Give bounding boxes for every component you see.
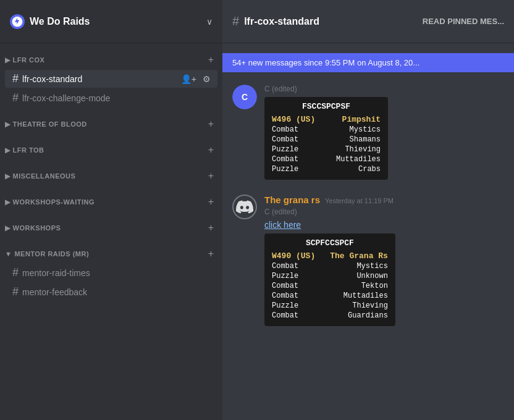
- add-member-icon[interactable]: 👤+: [179, 73, 198, 85]
- category-arrow-icon: ▶: [5, 224, 11, 232]
- new-messages-banner: 54+ new messages since 9:55 PM on August…: [222, 53, 514, 72]
- category-miscellaneous[interactable]: ▶ MISCELLANEOUS +: [0, 159, 222, 185]
- message-header-2: The grana rs Yesterday at 11:19 PM: [264, 195, 504, 205]
- game-card-row: CombatMuttadiles: [272, 155, 381, 164]
- category-workshops-waiting[interactable]: ▶ WORKSHOPS-WAITING +: [0, 185, 222, 211]
- message-content-2: The grana rs Yesterday at 11:19 PM C (ed…: [264, 195, 504, 326]
- messages-area: 54+ new messages since 9:55 PM on August…: [222, 43, 514, 420]
- category-arrow-icon: ▶: [5, 198, 11, 206]
- game-card-row: CombatMuttadiles: [272, 292, 388, 300]
- message-content-1: C (edited) FSCCSPCPSF W496 (US) Pimpshit…: [264, 85, 504, 180]
- category-arrow-icon: ▶: [5, 146, 11, 154]
- category-label-mentor-raids: ▼ MENTOR RAIDS (MR): [5, 250, 89, 258]
- sidebar: We Do Raids ∨ ▶ LFR COX + # lfr-cox-stan…: [0, 0, 222, 420]
- channel-hash-icon: #: [12, 285, 19, 298]
- game-card-row: CombatMystics: [272, 125, 381, 134]
- game-card-header-1: W496 (US) Pimpshit: [272, 115, 381, 124]
- game-card-rows-1: CombatMysticsCombatShamansPuzzleThieving…: [272, 125, 381, 174]
- read-pinned-button[interactable]: READ PINNED MES...: [423, 17, 504, 26]
- category-label-lfr-cox: ▶ LFR COX: [5, 56, 44, 64]
- game-card-rows-2: CombatMysticsPuzzleUnknownCombatTektonCo…: [272, 262, 388, 320]
- add-channel-lfr-cox[interactable]: +: [204, 53, 217, 67]
- server-icon: [10, 14, 25, 29]
- category-lfr-tob[interactable]: ▶ LFR TOB +: [0, 133, 222, 159]
- game-card-row: CombatMystics: [272, 262, 388, 271]
- channel-header-hash-icon: #: [232, 14, 239, 28]
- game-card-row: CombatTekton: [272, 282, 388, 290]
- channel-item-lfr-cox-challenge-mode[interactable]: # lfr-cox-challenge-mode: [5, 89, 217, 107]
- server-header-left: We Do Raids: [10, 14, 90, 29]
- category-lfr-cox[interactable]: ▶ LFR COX +: [0, 43, 222, 69]
- message-group-2: The grana rs Yesterday at 11:19 PM C (ed…: [222, 192, 514, 329]
- channel-hash-icon: #: [12, 72, 19, 85]
- message-timestamp-2: Yesterday at 11:19 PM: [325, 197, 394, 204]
- game-card-row: CombatGuardians: [272, 311, 388, 320]
- channel-header: # lfr-cox-standard READ PINNED MES...: [222, 0, 514, 43]
- avatar-2: [232, 195, 257, 219]
- avatar-1: C: [232, 85, 257, 109]
- add-channel-tob[interactable]: +: [204, 117, 217, 131]
- game-card-row: PuzzleCrabs: [272, 165, 381, 174]
- message-edited-2: C (edited): [264, 208, 504, 216]
- main-content: # lfr-cox-standard READ PINNED MES... 54…: [222, 0, 514, 420]
- add-channel-workshops[interactable]: +: [204, 221, 217, 235]
- channel-name-mentor-feedback: mentor-feedback: [22, 287, 87, 297]
- game-card-row: PuzzleThieving: [272, 301, 388, 310]
- channel-hash-icon: #: [12, 91, 19, 104]
- channel-name-lfr-cox-standard: lfr-cox-standard: [22, 74, 82, 84]
- message-author-2: The grana rs: [264, 195, 320, 205]
- category-workshops[interactable]: ▶ WORKSHOPS +: [0, 211, 222, 237]
- channel-item-mentor-feedback[interactable]: # mentor-feedback: [5, 283, 217, 301]
- channel-header-name: lfr-cox-standard: [244, 16, 319, 27]
- game-card-title-2: SCPFCCSPCF: [272, 238, 388, 248]
- server-name: We Do Raids: [30, 16, 90, 27]
- category-label-workshops-waiting: ▶ WORKSHOPS-WAITING: [5, 198, 95, 206]
- partial-message-2: click here: [264, 220, 504, 230]
- game-card-2: SCPFCCSPCF W490 (US) The Grana Rs Combat…: [264, 233, 395, 326]
- add-channel-workshops-waiting[interactable]: +: [204, 195, 217, 209]
- category-label-miscellaneous: ▶ MISCELLANEOUS: [5, 172, 75, 180]
- category-label-workshops: ▶ WORKSHOPS: [5, 224, 61, 232]
- category-arrow-icon: ▶: [5, 120, 11, 128]
- game-card-row: PuzzleUnknown: [272, 272, 388, 280]
- add-channel-misc[interactable]: +: [204, 169, 217, 183]
- server-header[interactable]: We Do Raids ∨: [0, 0, 222, 43]
- category-label-lfr-tob: ▶ LFR TOB: [5, 146, 44, 154]
- category-arrow-icon: ▶: [5, 56, 11, 64]
- game-card-header-2: W490 (US) The Grana Rs: [272, 251, 388, 261]
- category-arrow-icon: ▼: [5, 250, 12, 258]
- settings-icon[interactable]: ⚙: [201, 73, 213, 85]
- add-channel-lfr-tob[interactable]: +: [204, 143, 217, 157]
- channel-item-lfr-cox-standard[interactable]: # lfr-cox-standard 👤+ ⚙: [5, 70, 217, 88]
- game-card-row: PuzzleThieving: [272, 145, 381, 154]
- category-label-theatre-of-blood: ▶ THEATRE OF BLOOD: [5, 120, 87, 128]
- message-edited-1: C (edited): [264, 85, 504, 93]
- channel-hash-icon: #: [12, 266, 19, 279]
- channel-item-mentor-raid-times[interactable]: # mentor-raid-times: [5, 264, 217, 282]
- game-card-row: CombatShamans: [272, 135, 381, 144]
- add-channel-mentor-raids[interactable]: +: [204, 247, 217, 261]
- category-arrow-icon: ▶: [5, 172, 11, 180]
- channel-name-lfr-cox-challenge-mode: lfr-cox-challenge-mode: [22, 93, 110, 103]
- chevron-down-icon: ∨: [206, 17, 213, 27]
- message-group-1: C C (edited) FSCCSPCPSF W496 (US) Pimpsh…: [222, 82, 514, 182]
- category-theatre-of-blood[interactable]: ▶ THEATRE OF BLOOD +: [0, 107, 222, 133]
- game-card-1: FSCCSPCPSF W496 (US) Pimpshit CombatMyst…: [264, 97, 388, 180]
- game-card-title-1: FSCCSPCPSF: [272, 102, 381, 111]
- channel-name-mentor-raid-times: mentor-raid-times: [22, 268, 90, 278]
- category-mentor-raids[interactable]: ▼ MENTOR RAIDS (MR) +: [0, 237, 222, 263]
